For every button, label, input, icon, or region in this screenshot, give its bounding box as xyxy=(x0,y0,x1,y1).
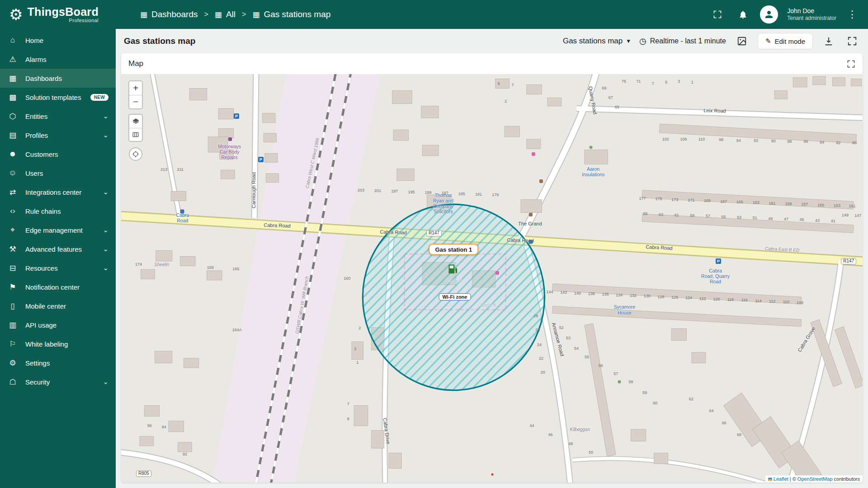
more-menu-button[interactable]: ⋮ xyxy=(845,9,859,20)
sidebar-item-label: Alarms xyxy=(25,56,47,63)
locate-button[interactable] xyxy=(129,147,142,161)
breadcrumb-item-all[interactable]: ▦All xyxy=(215,9,236,19)
sidebar-item-label: Solution templates xyxy=(25,94,81,101)
zoom-out-button[interactable]: − xyxy=(129,95,142,108)
dashboard-content: Gas stations map Gas stations map ▼ ◷ Re… xyxy=(116,29,868,488)
map-attribution: Leaflet | © OpenStreetMap contributors xyxy=(765,475,863,483)
sidebar-item-integrations-center[interactable]: ⇄Integrations center⌄ xyxy=(0,183,116,202)
map-type-button[interactable] xyxy=(129,128,142,141)
breadcrumb-label: Dashboards xyxy=(151,9,198,19)
sidebar-item-api-usage[interactable]: ▥API usage xyxy=(0,315,116,334)
download-icon xyxy=(824,36,834,46)
sidebar-item-label: Dashboards xyxy=(25,75,62,82)
clock-icon: ◷ xyxy=(639,36,646,46)
attribution-separator: | © xyxy=(790,476,796,482)
sidebar-item-solution-templates[interactable]: ▩Solution templatesNEW xyxy=(0,88,116,107)
breadcrumb-label: Gas stations map xyxy=(264,9,330,19)
home-icon: ⌂ xyxy=(7,36,18,45)
logo[interactable]: ⚙ ThingsBoard Professional xyxy=(9,6,108,23)
gas-station-tooltip[interactable]: Gas station 1 xyxy=(429,244,479,255)
sidebar-menu: ⌂Home⚠Alarms▦Dashboards▩Solution templat… xyxy=(0,31,116,391)
layers-control xyxy=(128,114,143,142)
sidebar-item-label: Users xyxy=(25,169,43,177)
sidebar-item-label: Entities xyxy=(25,113,47,120)
openstreetmap-link[interactable]: OpenStreetMap xyxy=(797,476,833,482)
breadcrumb-item-gas-stations-map[interactable]: ▦Gas stations map xyxy=(252,9,330,19)
sidebar-item-users[interactable]: ☺Users xyxy=(0,164,116,183)
layers-button[interactable] xyxy=(129,115,142,128)
sidebar-item-label: API usage xyxy=(25,321,57,329)
sidebar-item-label: Resources xyxy=(25,264,58,272)
attribution-suffix: contributors xyxy=(834,476,860,482)
chevron-down-icon: ⌄ xyxy=(103,131,108,139)
zoom-control: + − xyxy=(128,80,143,109)
wifi-zone-label[interactable]: Wi-Fi zone xyxy=(439,293,471,300)
chevron-down-icon: ⌄ xyxy=(103,112,108,120)
sidebar-item-resources[interactable]: ⊟Resources⌄ xyxy=(0,258,116,277)
sidebar-item-label: Security xyxy=(25,378,50,386)
edit-mode-label: Edit mode xyxy=(774,38,805,45)
sidebar-item-label: Rule chains xyxy=(25,207,61,215)
user-icon xyxy=(764,9,774,20)
dashboard-state-select[interactable]: Gas stations map ▼ xyxy=(563,37,631,46)
chevron-down-icon: ⌄ xyxy=(103,378,108,386)
sidebar-item-dashboards[interactable]: ▦Dashboards xyxy=(0,69,116,88)
security-icon: ☖ xyxy=(7,377,18,387)
new-badge: NEW xyxy=(90,94,108,101)
edge-management-icon: ⌖ xyxy=(7,225,18,235)
breadcrumb: ▦Dashboards>▦All>▦Gas stations map xyxy=(140,9,330,19)
sidebar-item-profiles[interactable]: ▤Profiles⌄ xyxy=(0,126,116,145)
sidebar-item-rule-chains[interactable]: ‹›Rule chains xyxy=(0,202,116,221)
notifications-button[interactable] xyxy=(735,6,751,23)
dashboard-fullscreen-button[interactable] xyxy=(844,33,860,49)
state-select-value: Gas stations map xyxy=(563,37,623,46)
sidebar-item-advanced-features[interactable]: ⚒Advanced features⌄ xyxy=(0,239,116,258)
sidebar-item-settings[interactable]: ⚙Settings xyxy=(0,353,116,372)
sidebar-item-mobile-center[interactable]: ▯Mobile center xyxy=(0,296,116,315)
entities-icon: ⬡ xyxy=(7,112,18,121)
page-title: Gas stations map xyxy=(124,36,195,46)
widget-expand-button[interactable] xyxy=(847,60,855,68)
notification-center-icon: ⚑ xyxy=(7,282,18,292)
sidebar-item-edge-management[interactable]: ⌖Edge management⌄ xyxy=(0,221,116,239)
customers-icon: ☻ xyxy=(7,150,18,159)
bell-icon xyxy=(738,10,748,19)
leaflet-link[interactable]: Leaflet xyxy=(774,476,788,482)
sidebar-item-label: Settings xyxy=(25,359,50,367)
sidebar-item-security[interactable]: ☖Security⌄ xyxy=(0,372,116,391)
sidebar-item-customers[interactable]: ☻Customers xyxy=(0,145,116,164)
chevron-down-icon: ▼ xyxy=(626,38,631,44)
timewindow-button[interactable]: ◷ Realtime - last 1 minute xyxy=(639,36,726,46)
sidebar-item-white-labeling[interactable]: ⚐White labeling xyxy=(0,334,116,353)
advanced-features-icon: ⚒ xyxy=(7,244,18,254)
resources-icon: ⊟ xyxy=(7,263,18,273)
api-usage-icon: ▥ xyxy=(7,320,18,330)
fullscreen-button[interactable] xyxy=(709,6,726,23)
zoom-in-button[interactable]: + xyxy=(129,81,142,95)
map-card-icon xyxy=(132,131,139,138)
sidebar-item-notification-center[interactable]: ⚑Notification center xyxy=(0,277,116,296)
user-name: John Doe xyxy=(787,7,836,15)
dashboard-toolbar: Gas stations map Gas stations map ▼ ◷ Re… xyxy=(116,29,868,53)
sidebar-item-home[interactable]: ⌂Home xyxy=(0,31,116,50)
avatar[interactable] xyxy=(760,5,778,23)
top-bar: ⚙ ThingsBoard Professional ▦Dashboards>▦… xyxy=(0,0,868,29)
mobile-center-icon: ▯ xyxy=(7,301,18,311)
map-widget: Map xyxy=(121,53,863,483)
alarms-icon: ⚠ xyxy=(7,55,18,64)
settings-icon: ⚙ xyxy=(7,358,18,368)
dashboard-icon: ▦ xyxy=(140,10,147,19)
download-button[interactable] xyxy=(821,33,836,49)
sidebar-item-label: Customers xyxy=(25,150,58,158)
dashboard-image-button[interactable] xyxy=(734,33,750,49)
edit-mode-button[interactable]: ✎ Edit mode xyxy=(758,33,813,49)
breadcrumb-item-dashboards[interactable]: ▦Dashboards xyxy=(140,9,198,19)
gas-pump-marker[interactable] xyxy=(447,263,460,276)
sidebar-item-label: Integrations center xyxy=(25,188,81,196)
sidebar-item-alarms[interactable]: ⚠Alarms xyxy=(0,50,116,69)
breadcrumb-label: All xyxy=(226,9,236,19)
breadcrumb-separator: > xyxy=(242,10,246,19)
map-canvas[interactable]: Quarry RoadLeix RoadCabra RoadCabra Road… xyxy=(121,74,863,483)
sidebar-item-entities[interactable]: ⬡Entities⌄ xyxy=(0,107,116,126)
chevron-down-icon: ⌄ xyxy=(103,245,108,253)
